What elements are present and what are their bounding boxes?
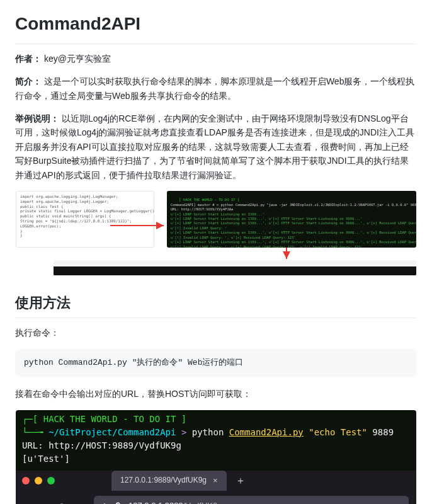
figure-terminal-prompt: Command2API] master # > python Command2A… [171,203,416,207]
demo-term-prompt-sep: > [176,427,191,437]
demo-browser-window: 127.0.0.1:9889/VydfUK9g × ＋ ← → ↻ ⌂ ◇ 🔒︎… [16,471,416,504]
figure-terminal-banner: [ HACK THE WORLD - TO DO IT ] [179,198,239,202]
browser-tab[interactable]: 127.0.0.1:9889/VydfUK9g × [111,471,227,491]
tab-close-icon[interactable]: × [213,474,218,488]
example-label: 举例说明： [15,113,59,123]
figure-source-code-panel: import org.apache.logging.log4j.LogManag… [16,191,154,248]
figure-result-bar: u'[+] LDAP Server Start Listening on 138… [54,260,416,275]
window-close-icon[interactable] [22,477,30,484]
demo-term-cwd: ~/GitProject/Command2Api [48,427,176,437]
window-minimize-icon[interactable] [35,477,42,484]
example-line: 举例说明： 以近期Log4j的RCE举例，在内网的安全测试中，由于网络环境限制导… [15,112,417,182]
author-value: key@元亨实验室 [44,54,111,64]
demo-term-bracket-close: ] [176,414,186,424]
url-host: 127.0.0.1:9889 [128,501,183,504]
demo-term-prompt-prefix: └──╼ [22,427,48,437]
nav-reload-icon[interactable]: ↻ [59,500,69,504]
figure-result-bar-text: u'[+] LDAP Server Start Listening on 138… [54,273,416,275]
demo-term-port: 9889 [367,427,394,437]
window-traffic-lights [16,472,61,490]
usage-code-block: python Command2Api.py "执行的命令" Web运行的端口 [15,349,417,377]
demo-term-cmd: python [192,427,229,437]
address-bar[interactable]: ◇ 🔒︎ 127.0.0.1:9889/VydfUK9g [94,496,409,504]
url-path: /VydfUK9g [183,501,222,504]
intro-label: 简介： [15,76,42,86]
demo-term-arg: "echo Test" [304,427,367,437]
usage-heading: 使用方法 [15,292,417,318]
author-label: 作者： [15,54,42,64]
author-line: 作者： key@元亨实验室 [15,52,417,66]
figure-architecture: import org.apache.logging.log4j.LogManag… [16,191,416,279]
demo-term-filename: Command2Api.py [229,427,304,437]
browser-toolbar: ← → ↻ ⌂ ◇ 🔒︎ 127.0.0.1:9889/VydfUK9g [16,491,416,504]
new-tab-button[interactable]: ＋ [236,472,246,489]
nav-forward-icon[interactable]: → [41,500,51,504]
figure-demo: ┌─[ HACK THE WORLD - TO DO IT ] └──╼ ~/G… [16,410,416,504]
demo-term-result-output: [u'Test'] [22,452,410,466]
demo-term-banner: HACK THE WORLD - TO DO IT [43,414,176,424]
demo-terminal: ┌─[ HACK THE WORLD - TO DO IT ] └──╼ ~/G… [16,410,416,471]
figure-terminal-url: URL: http://HOST:9889/XVy4P3Aa [171,207,233,211]
usage-after-text: 接着在命令中会输出对应的URL，替换HOST访问即可获取： [15,387,417,401]
nav-back-icon[interactable]: ← [23,500,33,504]
intro-text: 这是一个可以实时获取执行命令结果的脚本，脚本原理就是一个线程开启Web服务，一个… [15,76,414,100]
demo-term-url-output: URL: http://HOST:9889/VydfUK9g [22,439,410,452]
demo-term-bracket: ┌─[ [22,414,43,424]
browser-tab-title: 127.0.0.1:9889/VydfUK9g [120,474,207,486]
lock-icon[interactable]: 🔒︎ [114,500,122,504]
example-text: 以近期Log4j的RCE举例，在内网的安全测试中，由于网络环境限制导致没有DNS… [15,113,414,180]
window-zoom-icon[interactable] [47,477,55,484]
usage-run-label: 执行命令： [15,326,417,340]
shield-icon[interactable]: ◇ [101,500,108,504]
nav-home-icon[interactable]: ⌂ [76,500,86,504]
figure-terminal-panel: [ HACK THE WORLD - TO DO IT ] Command2AP… [167,191,416,248]
figure-terminal-output: u'[+] LDAP Server Start Listening on 138… [171,212,416,248]
page-title: Command2API [15,10,417,44]
intro-line: 简介： 这是一个可以实时获取执行命令结果的脚本，脚本原理就是一个线程开启Web服… [15,74,417,103]
